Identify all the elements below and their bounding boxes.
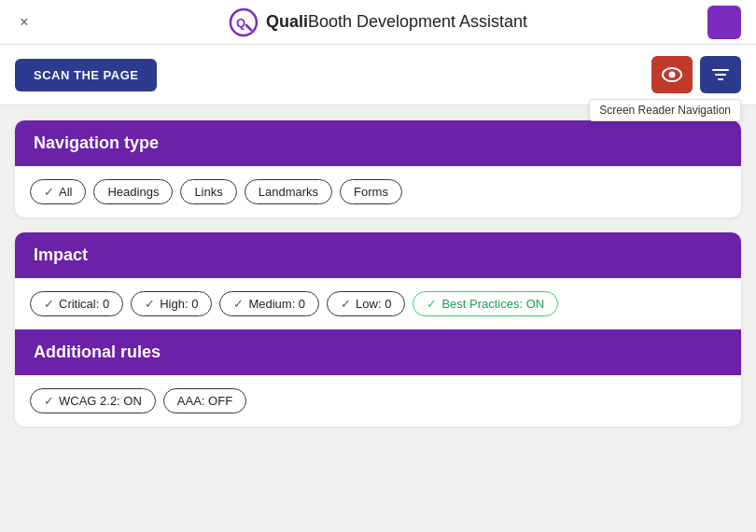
filter-links[interactable]: Links [180,179,236,204]
filter-medium[interactable]: ✓ Medium: 0 [219,291,319,316]
filter-headings[interactable]: Headings [93,179,173,204]
eye-icon [662,67,682,82]
filter-best-practices-label: Best Practices: ON [441,297,544,311]
filter-wcag[interactable]: ✓ WCAG 2.2: ON [30,388,156,413]
filter-landmarks[interactable]: Landmarks [245,179,332,204]
additional-rules-filter-group: ✓ WCAG 2.2: ON AAA: OFF [30,388,726,413]
close-button[interactable]: × [15,14,34,31]
check-wcag-icon: ✓ [44,394,54,408]
additional-rules-header: Additional rules [15,329,741,375]
filter-low[interactable]: ✓ Low: 0 [327,291,405,316]
title-bar-right-decoration [707,6,741,39]
filter-medium-label: Medium: 0 [248,297,305,311]
impact-title: Impact [34,245,722,265]
impact-body: ✓ Critical: 0 ✓ High: 0 ✓ Medium: 0 ✓ Lo… [15,278,741,329]
scan-page-button[interactable]: SCAN THE PAGE [15,59,157,91]
impact-filter-group: ✓ Critical: 0 ✓ High: 0 ✓ Medium: 0 ✓ Lo… [30,291,726,316]
navigation-filter-group: ✓ All Headings Links Landmarks Forms [30,179,726,204]
additional-rules-title: Additional rules [34,343,722,362]
navigation-type-title: Navigation type [34,133,722,153]
title-bar: × Q QualiBooth Development Assistant [0,0,756,45]
filter-all[interactable]: ✓ All [30,179,86,204]
content-area: Navigation type ✓ All Headings Links Lan… [0,105,756,532]
filter-best-practices[interactable]: ✓ Best Practices: ON [413,291,558,316]
impact-header: Impact [15,232,741,278]
filter-critical[interactable]: ✓ Critical: 0 [30,291,123,316]
filter-headings-label: Headings [107,185,159,199]
filter-forms[interactable]: Forms [340,179,402,204]
filter-landmarks-label: Landmarks [259,185,318,199]
filter-wcag-label: WCAG 2.2: ON [59,394,142,408]
additional-rules-body: ✓ WCAG 2.2: ON AAA: OFF [15,375,741,427]
toolbar-right: Screen Reader Navigation [651,56,741,93]
app-title-text: QualiBooth Development Assistant [266,12,527,32]
check-critical-icon: ✓ [44,297,54,311]
check-high-icon: ✓ [145,297,155,311]
filter-high-label: High: 0 [160,297,198,311]
navigation-type-header: Navigation type [15,120,741,166]
svg-point-3 [669,72,676,78]
filter-high[interactable]: ✓ High: 0 [131,291,212,316]
tooltip: Screen Reader Navigation [589,99,741,121]
filter-aaa-label: AAA: OFF [177,394,232,408]
filter-icon [711,67,730,82]
filter-low-label: Low: 0 [356,297,391,311]
check-bestpractices-icon: ✓ [427,297,437,311]
check-medium-icon: ✓ [233,297,244,311]
filter-all-label: All [59,185,72,199]
check-low-icon: ✓ [341,297,351,311]
toolbar: SCAN THE PAGE Screen Reader Navigation [0,45,756,105]
navigation-type-body: ✓ All Headings Links Landmarks Forms [15,166,741,217]
filter-forms-label: Forms [354,185,388,199]
impact-additional-card: Impact ✓ Critical: 0 ✓ High: 0 ✓ Medium:… [15,232,741,427]
app-logo-icon: Q [229,7,259,37]
check-all-icon: ✓ [44,185,54,199]
app-title-center: Q QualiBooth Development Assistant [229,7,527,37]
filter-button[interactable] [700,56,741,93]
filter-aaa[interactable]: AAA: OFF [163,388,246,413]
filter-critical-label: Critical: 0 [59,297,109,311]
navigation-type-card: Navigation type ✓ All Headings Links Lan… [15,120,741,217]
filter-links-label: Links [194,185,222,199]
svg-text:Q: Q [236,16,245,30]
eye-button[interactable] [651,56,693,93]
